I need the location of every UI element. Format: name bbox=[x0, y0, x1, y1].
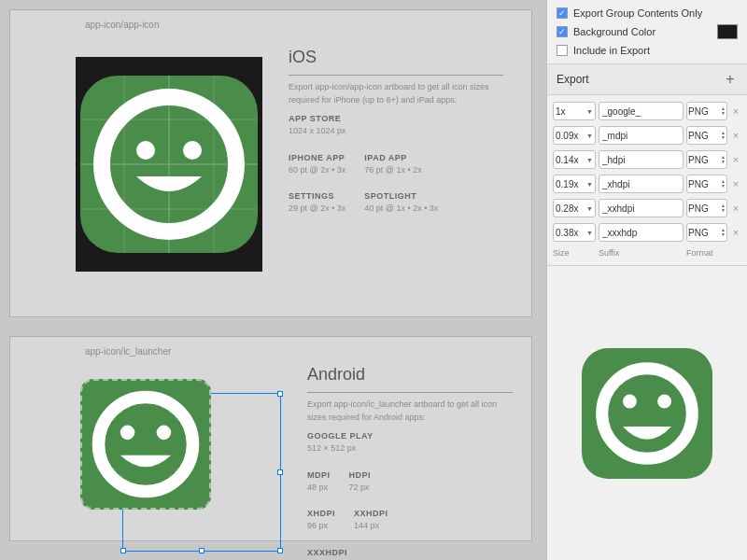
background-color-swatch[interactable] bbox=[717, 24, 738, 39]
ios-icon-background bbox=[76, 57, 262, 272]
format-select-2[interactable]: PNG ▲▼ bbox=[686, 150, 727, 169]
export-header: Export + bbox=[547, 64, 747, 95]
handle-rm bbox=[277, 469, 283, 475]
android-spec-row-3: XXXHDPI 192 px bbox=[307, 540, 513, 561]
android-spec-val-0: 512 × 512 px bbox=[307, 442, 513, 455]
size-arrow-3: ▼ bbox=[586, 181, 593, 188]
android-description: Export app-icon/ic_launcher artboard to … bbox=[307, 399, 513, 424]
format-arrows-3: ▲▼ bbox=[721, 179, 726, 189]
format-arrows-2: ▲▼ bbox=[721, 155, 726, 164]
format-arrows-0: ▲▼ bbox=[721, 106, 726, 116]
ios-artboard-card: app-icon/app-icon bbox=[9, 9, 532, 317]
ios-spec-val-0: 1024 x 1024 px bbox=[289, 125, 503, 138]
ios-artboard-label: app-icon/app-icon bbox=[85, 20, 160, 30]
android-spec-row-2: XHDPI 96 px XXHDPI 144 px bbox=[307, 501, 513, 540]
col-header-format: Format bbox=[686, 248, 727, 258]
export-row-1: 0.09x ▼ PNG ▲▼ × bbox=[547, 123, 747, 147]
size-arrow-1: ▼ bbox=[586, 133, 593, 139]
ios-spec-row-2: SETTINGS 29 pt @ 2x • 3x SPOTLIGHT 40 pt… bbox=[289, 184, 503, 223]
handle-br bbox=[277, 548, 283, 553]
ios-icon-grid bbox=[80, 76, 258, 253]
android-smiley-svg bbox=[82, 381, 209, 508]
handle-bl bbox=[120, 548, 126, 553]
column-headers: Size Suffix Format bbox=[547, 245, 747, 261]
size-select-3[interactable]: 0.19x ▼ bbox=[553, 175, 596, 193]
format-select-3[interactable]: PNG ▲▼ bbox=[686, 175, 727, 193]
svg-point-14 bbox=[657, 394, 671, 408]
export-section-title: Export bbox=[557, 73, 589, 86]
svg-point-13 bbox=[623, 394, 637, 408]
format-value-2: PNG bbox=[688, 155, 709, 165]
options-section: ✓ Export Group Contents Only ✓ Backgroun… bbox=[547, 0, 747, 64]
close-btn-5[interactable]: × bbox=[730, 227, 741, 238]
ios-app-icon bbox=[80, 76, 258, 253]
format-select-1[interactable]: PNG ▲▼ bbox=[686, 126, 727, 145]
export-group-row: ✓ Export Group Contents Only bbox=[557, 7, 738, 19]
size-select-2[interactable]: 0.14x ▼ bbox=[553, 150, 596, 169]
size-arrow-4: ▼ bbox=[586, 205, 593, 212]
size-value-3: 0.19x bbox=[556, 179, 578, 189]
add-export-button[interactable]: + bbox=[723, 72, 738, 87]
suffix-input-2[interactable] bbox=[599, 150, 684, 169]
svg-point-12 bbox=[602, 368, 693, 458]
svg-point-10 bbox=[120, 426, 135, 441]
format-value-1: PNG bbox=[688, 131, 709, 141]
suffix-input-1[interactable] bbox=[599, 126, 684, 145]
close-btn-1[interactable]: × bbox=[730, 130, 741, 141]
preview-area bbox=[547, 266, 747, 560]
include-export-checkbox[interactable] bbox=[557, 45, 568, 56]
android-spec-label-0: GOOGLE PLAY bbox=[307, 431, 513, 441]
right-panel: ✓ Export Group Contents Only ✓ Backgroun… bbox=[546, 0, 747, 560]
close-btn-4[interactable]: × bbox=[730, 203, 741, 214]
size-select-4[interactable]: 0.28x ▼ bbox=[553, 199, 596, 217]
include-export-label: Include in Export bbox=[573, 45, 738, 56]
size-value-1: 0.09x bbox=[556, 131, 578, 141]
col-header-suffix: Suffix bbox=[599, 248, 684, 258]
android-artboard-label: app-icon/ic_launcher bbox=[85, 346, 171, 357]
format-arrows-5: ▲▼ bbox=[721, 228, 726, 237]
suffix-input-0[interactable] bbox=[599, 102, 684, 120]
preview-app-icon bbox=[582, 348, 712, 479]
size-value-4: 0.28x bbox=[556, 203, 578, 214]
android-spec-row-1: MDPI 48 px HDPI 72 px bbox=[307, 463, 513, 502]
format-select-5[interactable]: PNG ▲▼ bbox=[686, 223, 727, 242]
check-icon: ✓ bbox=[558, 9, 566, 18]
export-row-2: 0.14x ▼ PNG ▲▼ × bbox=[547, 147, 747, 172]
close-btn-2[interactable]: × bbox=[730, 154, 741, 165]
export-rows-container: 1x ▼ PNG ▲▼ × 0.09x ▼ PNG ▲▼ × bbox=[547, 95, 747, 266]
size-select-1[interactable]: 0.09x ▼ bbox=[553, 126, 596, 145]
close-btn-0[interactable]: × bbox=[730, 105, 741, 117]
size-select-0[interactable]: 1x ▼ bbox=[553, 102, 596, 120]
background-color-row: ✓ Background Color bbox=[557, 24, 738, 39]
svg-point-6 bbox=[102, 97, 236, 231]
close-btn-3[interactable]: × bbox=[730, 178, 741, 189]
size-arrow-5: ▼ bbox=[586, 230, 593, 236]
suffix-input-4[interactable] bbox=[599, 199, 684, 217]
export-row-5: 0.38x ▼ PNG ▲▼ × bbox=[547, 220, 747, 245]
format-value-0: PNG bbox=[688, 106, 709, 117]
size-value-5: 0.38x bbox=[556, 228, 578, 238]
handle-bm bbox=[199, 548, 204, 553]
background-color-checkbox[interactable]: ✓ bbox=[557, 26, 568, 37]
svg-point-11 bbox=[157, 426, 172, 441]
ios-title: iOS bbox=[289, 48, 503, 67]
export-group-label: Export Group Contents Only bbox=[573, 7, 738, 19]
size-value-0: 1x bbox=[556, 106, 566, 117]
android-artboard-card: app-icon/ic_launcher bbox=[9, 336, 532, 541]
svg-point-8 bbox=[183, 141, 202, 160]
left-panel: app-icon/app-icon bbox=[0, 0, 546, 560]
background-color-label: Background Color bbox=[573, 26, 712, 37]
ios-spec-row-1: IPHONE APP 60 pt @ 2x • 3x IPAD APP 76 p… bbox=[289, 146, 503, 185]
format-select-0[interactable]: PNG ▲▼ bbox=[686, 102, 727, 120]
include-export-row: Include in Export bbox=[557, 45, 738, 56]
svg-point-7 bbox=[136, 141, 155, 160]
suffix-input-3[interactable] bbox=[599, 175, 684, 193]
format-select-4[interactable]: PNG ▲▼ bbox=[686, 199, 727, 217]
suffix-input-5[interactable] bbox=[599, 223, 684, 242]
size-arrow-2: ▼ bbox=[586, 157, 593, 163]
check-icon-2: ✓ bbox=[558, 28, 566, 36]
svg-point-9 bbox=[98, 397, 192, 491]
format-value-5: PNG bbox=[688, 228, 709, 238]
size-select-5[interactable]: 0.38x ▼ bbox=[553, 223, 596, 242]
export-group-checkbox[interactable]: ✓ bbox=[557, 7, 568, 19]
